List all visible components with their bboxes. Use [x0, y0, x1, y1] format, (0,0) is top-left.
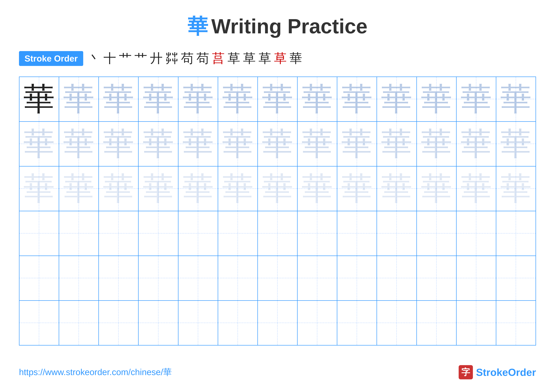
grid-cell[interactable]	[178, 211, 218, 256]
grid-cell[interactable]: 華	[218, 122, 258, 166]
footer-url[interactable]: https://www.strokeorder.com/chinese/華	[19, 366, 172, 378]
grid-cell[interactable]: 華	[377, 122, 417, 166]
grid-cell[interactable]	[457, 301, 496, 345]
grid-cell[interactable]: 華	[457, 77, 496, 121]
char-faded: 華	[23, 128, 55, 160]
char-faded: 華	[500, 83, 532, 115]
grid-cell[interactable]: 華	[139, 77, 178, 121]
grid-cell[interactable]	[258, 301, 298, 345]
grid-cell[interactable]	[377, 256, 417, 300]
char-faded: 華	[23, 173, 55, 205]
grid-cell[interactable]	[59, 211, 99, 256]
grid-cell[interactable]	[20, 301, 59, 345]
grid-cell[interactable]: 華	[178, 122, 218, 166]
grid-cell[interactable]	[59, 301, 99, 345]
grid-cell[interactable]: 華	[59, 122, 99, 166]
grid-cell[interactable]: 華	[298, 77, 337, 121]
grid-cell[interactable]	[496, 256, 535, 300]
stroke-6: 茻	[166, 50, 178, 67]
footer-logo: 字 StrokeOrder	[459, 365, 536, 379]
grid-cell[interactable]	[298, 301, 337, 345]
grid-cell[interactable]: 華	[218, 166, 258, 211]
grid-cell[interactable]	[20, 211, 59, 256]
grid-cell[interactable]: 華	[417, 122, 457, 166]
grid-cell[interactable]: 華	[298, 122, 337, 166]
grid-cell[interactable]	[417, 301, 457, 345]
grid-cell[interactable]	[417, 256, 457, 300]
footer-logo-text: StrokeOrder	[476, 366, 536, 378]
grid-cell[interactable]	[377, 211, 417, 256]
grid-cell[interactable]: 華	[99, 122, 139, 166]
grid-cell[interactable]	[218, 301, 258, 345]
grid-cell[interactable]: 華	[99, 77, 139, 121]
grid-cell[interactable]: 華	[258, 77, 298, 121]
grid-cell[interactable]	[457, 211, 496, 256]
stroke-order-chars: 丶 十 艹 艹 廾 茻 苟 苟 莒 草 草 草 草 華	[88, 50, 302, 67]
char-faded: 華	[381, 128, 412, 160]
title-english: Writing Practice	[211, 15, 367, 38]
grid-cell[interactable]	[99, 301, 139, 345]
char-faded: 華	[421, 173, 452, 205]
grid-cell[interactable]: 華	[377, 77, 417, 121]
grid-cell[interactable]	[258, 211, 298, 256]
grid-cell[interactable]: 華	[59, 77, 99, 121]
grid-cell[interactable]	[59, 256, 99, 300]
char-faded: 華	[182, 173, 214, 205]
grid-cell[interactable]	[99, 211, 139, 256]
grid-cell[interactable]: 華	[337, 77, 377, 121]
page-title: 華Writing Practice	[188, 13, 367, 41]
grid-cell[interactable]	[496, 301, 535, 345]
char-faded: 華	[143, 173, 174, 205]
stroke-1: 丶	[88, 50, 101, 67]
stroke-12: 草	[258, 50, 271, 67]
grid-cell[interactable]: 華	[417, 166, 457, 211]
grid-cell[interactable]	[417, 211, 457, 256]
grid-cell[interactable]: 華	[20, 122, 59, 166]
grid-cell[interactable]: 華	[337, 166, 377, 211]
char-faded: 華	[341, 83, 373, 115]
grid-cell[interactable]	[377, 301, 417, 345]
grid-cell[interactable]: 華	[417, 77, 457, 121]
grid-cell[interactable]: 華	[496, 122, 535, 166]
grid-cell[interactable]: 華	[298, 166, 337, 211]
grid-cell[interactable]	[337, 301, 377, 345]
grid-cell[interactable]	[99, 256, 139, 300]
grid-cell[interactable]: 華	[139, 166, 178, 211]
grid-cell[interactable]	[178, 256, 218, 300]
grid-cell[interactable]	[218, 211, 258, 256]
grid-cell[interactable]: 華	[59, 166, 99, 211]
grid-cell[interactable]	[218, 256, 258, 300]
grid-cell[interactable]	[298, 211, 337, 256]
grid-cell[interactable]	[337, 211, 377, 256]
stroke-order-badge: Stroke Order	[19, 51, 83, 66]
grid-cell[interactable]	[178, 301, 218, 345]
char-faded: 華	[222, 173, 254, 205]
grid-cell[interactable]: 華	[20, 77, 59, 121]
grid-cell[interactable]: 華	[178, 77, 218, 121]
grid-cell[interactable]: 華	[20, 166, 59, 211]
grid-cell[interactable]	[496, 211, 535, 256]
grid-cell[interactable]: 華	[377, 166, 417, 211]
grid-cell[interactable]: 華	[496, 166, 535, 211]
char-faded: 華	[500, 128, 532, 160]
grid-cell[interactable]	[139, 301, 178, 345]
grid-cell[interactable]	[298, 256, 337, 300]
grid-cell[interactable]	[139, 211, 178, 256]
char-faded: 華	[262, 83, 293, 115]
grid-cell[interactable]: 華	[496, 77, 535, 121]
grid-cell[interactable]: 華	[218, 77, 258, 121]
grid-cell[interactable]: 華	[457, 122, 496, 166]
grid-cell[interactable]: 華	[99, 166, 139, 211]
grid-row-3: 華 華 華 華 華 華 華 華 華 華 華 華 華	[20, 166, 535, 211]
grid-cell[interactable]: 華	[457, 166, 496, 211]
grid-cell[interactable]: 華	[258, 122, 298, 166]
grid-cell[interactable]: 華	[139, 122, 178, 166]
grid-cell[interactable]: 華	[258, 166, 298, 211]
grid-cell[interactable]	[139, 256, 178, 300]
grid-cell[interactable]: 華	[178, 166, 218, 211]
grid-cell[interactable]	[258, 256, 298, 300]
grid-cell[interactable]	[337, 256, 377, 300]
grid-cell[interactable]	[20, 256, 59, 300]
grid-cell[interactable]	[457, 256, 496, 300]
grid-cell[interactable]: 華	[337, 122, 377, 166]
